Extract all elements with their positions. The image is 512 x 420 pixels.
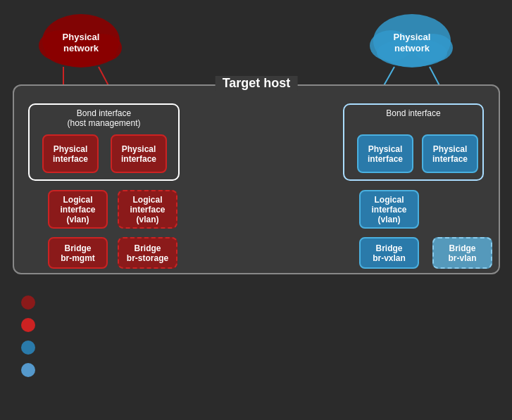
logical-interface-left-2: Logicalinterface(vlan) — [118, 190, 177, 229]
phys-interface-left-2: Physicalinterface — [111, 134, 167, 173]
svg-point-6 — [373, 14, 451, 68]
svg-point-1 — [39, 30, 81, 61]
phys-interface-right-1: Physicalinterface — [357, 134, 413, 173]
svg-point-2 — [82, 34, 122, 62]
bridge-br-mgmt: Bridgebr-mgmt — [48, 237, 108, 269]
legend-item-dark-red — [21, 295, 42, 310]
svg-point-7 — [370, 30, 412, 61]
phys-interface-left-1: Physicalinterface — [42, 134, 99, 173]
bond-box-right: Bond interface Physicalinterface Physica… — [343, 103, 484, 181]
svg-point-0 — [42, 14, 120, 68]
svg-point-8 — [413, 34, 453, 62]
legend-item-light-blue — [21, 363, 42, 377]
bond-box-left: Bond interface(host management) Physical… — [28, 103, 180, 181]
target-host-box: Target host Bond interface(host manageme… — [13, 84, 500, 274]
legend-dot-dark-blue — [21, 341, 35, 355]
legend-item-dark-blue — [21, 341, 42, 355]
bond-left-label: Bond interface(host management) — [67, 108, 140, 128]
svg-text:Physical: Physical — [63, 32, 100, 42]
legend — [21, 295, 42, 386]
bridge-br-vlan: Bridgebr-vlan — [432, 237, 492, 269]
svg-point-9 — [377, 39, 447, 67]
logical-interface-right: Logicalinterface(vlan) — [359, 190, 419, 229]
phys-interface-right-2: Physicalinterface — [422, 134, 478, 173]
legend-dot-light-blue — [21, 363, 35, 377]
legend-dot-red — [21, 318, 35, 332]
svg-text:Physical: Physical — [394, 32, 431, 42]
bridge-br-storage: Bridgebr-storage — [118, 237, 177, 269]
legend-item-red — [21, 318, 42, 332]
svg-point-3 — [46, 39, 116, 67]
bridge-br-vxlan: Bridgebr-vxlan — [359, 237, 419, 269]
svg-text:network: network — [394, 43, 430, 53]
legend-dot-dark-red — [21, 295, 35, 310]
svg-text:network: network — [63, 43, 99, 53]
bond-right-label: Bond interface — [386, 108, 440, 118]
target-host-label: Target host — [216, 76, 298, 91]
logical-interface-left-1: Logicalinterface(vlan) — [48, 190, 108, 229]
